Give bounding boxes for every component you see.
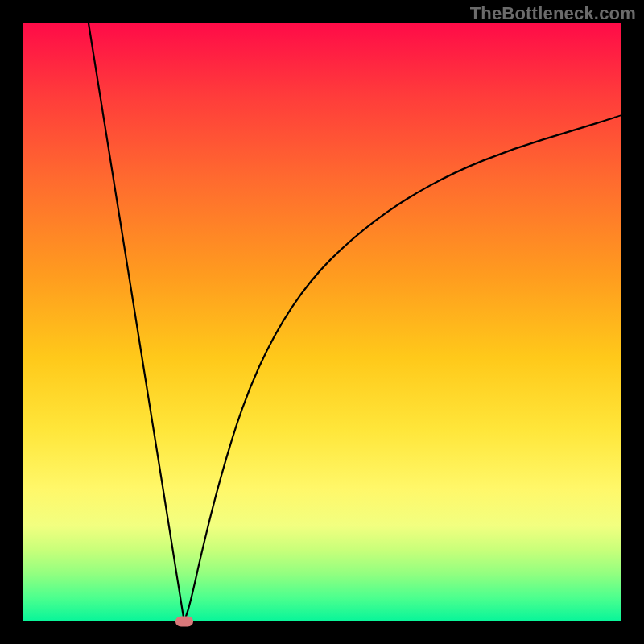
curve-left-branch	[89, 23, 184, 621]
watermark-text: TheBottleneck.com	[470, 3, 636, 24]
chart-plot-area	[23, 23, 621, 621]
chart-frame: TheBottleneck.com	[0, 0, 644, 644]
curve-right-branch	[184, 115, 621, 621]
bottleneck-curve	[23, 23, 621, 621]
minimum-marker	[175, 617, 193, 627]
